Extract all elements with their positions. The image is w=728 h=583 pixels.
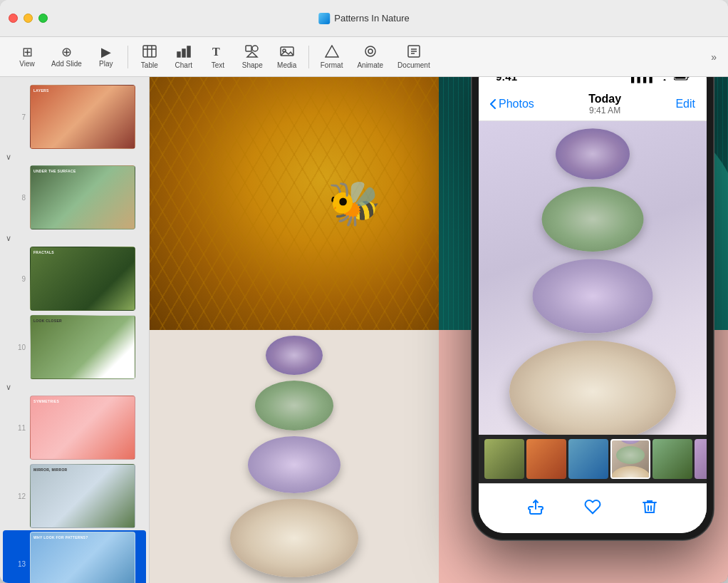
iphone-statusbar: 9:41 ▌▌▌▌ bbox=[479, 77, 707, 87]
slide-thumb-label-13: Why look for patterns? bbox=[33, 535, 88, 540]
slide-thumbnail-10: Look closer bbox=[30, 315, 135, 379]
iphone-nav-title: Today bbox=[588, 93, 621, 105]
slide-thumbnail-9: FRACTALS bbox=[30, 247, 135, 311]
traffic-lights bbox=[9, 14, 48, 23]
honeycomb-overlay bbox=[150, 77, 439, 330]
animate-icon bbox=[363, 45, 378, 60]
slide-panel[interactable]: 7 LAYERS ∨ 8 Under the surface bbox=[0, 77, 150, 583]
chart-icon bbox=[177, 45, 191, 60]
toolbar-overflow[interactable]: » bbox=[711, 51, 717, 63]
slide-item-9[interactable]: 9 FRACTALS bbox=[3, 245, 146, 312]
thumb-mini-5[interactable] bbox=[652, 439, 692, 479]
toolbar-add-slide[interactable]: ⊕ Add Slide bbox=[46, 43, 88, 71]
slide-thumbnail-13: Why look for patterns? bbox=[30, 532, 135, 583]
svg-rect-4 bbox=[177, 52, 180, 57]
svg-point-14 bbox=[365, 46, 375, 56]
iphone-main-photo bbox=[479, 121, 707, 435]
iphone-frame: 9:41 ▌▌▌▌ bbox=[472, 77, 714, 540]
slide-group-8: ∨ 8 Under the surface bbox=[0, 151, 149, 231]
urchin-mid2-beige bbox=[248, 436, 340, 493]
slide-thumb-label-7: LAYERS bbox=[33, 88, 49, 93]
toolbar-view[interactable]: ⊞ View bbox=[11, 43, 43, 71]
iphone-urchin-bg bbox=[479, 121, 707, 435]
iphone-heart-button[interactable] bbox=[584, 498, 601, 520]
svg-point-9 bbox=[252, 46, 258, 51]
iphone-back-label: Photos bbox=[499, 98, 534, 110]
slide-group-header-9: ∨ bbox=[0, 232, 149, 244]
toolbar-chart[interactable]: Chart bbox=[168, 42, 199, 72]
toolbar-format[interactable]: Format bbox=[315, 42, 349, 72]
iphone-trash-button[interactable] bbox=[641, 498, 658, 520]
thumb-mini-2[interactable] bbox=[526, 439, 566, 479]
toolbar: ⊞ View ⊕ Add Slide ▶ Play Table bbox=[0, 37, 728, 77]
toolbar-table[interactable]: Table bbox=[134, 42, 165, 72]
slide-number-13: 13 bbox=[14, 560, 26, 568]
iphone-urchin-mid1 bbox=[542, 187, 644, 252]
toolbar-media[interactable]: Media bbox=[271, 42, 303, 72]
iphone-urchin-top bbox=[556, 128, 630, 180]
urchin-top-beige bbox=[266, 336, 323, 375]
slide-number-9: 9 bbox=[14, 275, 26, 283]
slide-number-12: 12 bbox=[14, 492, 26, 500]
iphone-back-button[interactable]: Photos bbox=[490, 98, 534, 110]
svg-marker-10 bbox=[247, 52, 257, 57]
iphone-status-icons: ▌▌▌▌ bbox=[631, 77, 690, 83]
thumb-mini-6[interactable] bbox=[695, 439, 707, 479]
iphone-thumbnail-strip[interactable] bbox=[479, 435, 707, 483]
thumb-mini-3[interactable] bbox=[568, 439, 608, 479]
svg-point-15 bbox=[368, 49, 373, 53]
slide-item-13[interactable]: 13 Why look for patterns? bbox=[3, 530, 146, 583]
slide-thumb-label-11: SYMMETRIES bbox=[33, 399, 59, 403]
slide-thumb-label-10: Look closer bbox=[33, 319, 62, 323]
slide-item-11[interactable]: 11 SYMMETRIES bbox=[3, 394, 146, 461]
iphone-urchin-bot bbox=[509, 340, 676, 435]
close-button[interactable] bbox=[9, 14, 18, 23]
slide-number-10: 10 bbox=[14, 344, 26, 351]
iphone-edit-button[interactable]: Edit bbox=[675, 98, 695, 110]
iphone-urchin-mid2 bbox=[533, 259, 653, 333]
minimize-button[interactable] bbox=[24, 14, 33, 23]
urchin-stack-beige bbox=[230, 336, 358, 577]
slide-group-header-11: ∨ bbox=[0, 381, 149, 393]
slide-item-12[interactable]: 12 Mirror, mirror bbox=[3, 463, 146, 530]
thumb-mini-4[interactable] bbox=[610, 439, 650, 479]
slide-item-8[interactable]: 8 Under the surface bbox=[3, 164, 146, 231]
slide-thumb-label-12: Mirror, mirror bbox=[33, 468, 68, 472]
svg-marker-13 bbox=[326, 46, 338, 57]
toolbar-text[interactable]: T Text bbox=[202, 42, 234, 72]
keynote-app-icon bbox=[318, 13, 330, 24]
slide-item-7[interactable]: 7 LAYERS bbox=[3, 83, 146, 150]
iphone-share-button[interactable] bbox=[527, 498, 544, 520]
slide-thumbnail-7: LAYERS bbox=[30, 85, 135, 149]
maximize-button[interactable] bbox=[38, 14, 48, 23]
toolbar-shape[interactable]: Shape bbox=[236, 42, 269, 72]
iphone-nav-subtitle: 9:41 AM bbox=[588, 105, 621, 115]
toolbar-sep-2 bbox=[308, 46, 309, 68]
iphone-bottom-toolbar bbox=[479, 483, 707, 533]
toolbar-document[interactable]: Document bbox=[392, 42, 436, 72]
thumb-mini-1[interactable] bbox=[484, 439, 524, 479]
window-title: Patterns In Nature bbox=[318, 13, 410, 24]
svg-rect-8 bbox=[246, 46, 251, 51]
bee-image bbox=[150, 77, 439, 330]
slide-number-7: 7 bbox=[14, 113, 26, 121]
slide-item-10[interactable]: 10 Look closer bbox=[3, 314, 146, 381]
urchin-mid1-beige bbox=[255, 381, 333, 430]
slide-number-11: 11 bbox=[14, 424, 26, 432]
titlebar: Patterns In Nature bbox=[0, 0, 728, 37]
view-icon: ⊞ bbox=[22, 46, 33, 58]
iphone-overlay: 9:41 ▌▌▌▌ bbox=[472, 77, 714, 540]
slide-thumb-label-9: FRACTALS bbox=[33, 250, 54, 254]
canvas-cell-urchins-beige bbox=[150, 330, 439, 583]
text-icon: T bbox=[211, 45, 225, 60]
toolbar-play[interactable]: ▶ Play bbox=[90, 43, 122, 71]
iphone-time: 9:41 bbox=[496, 77, 517, 83]
toolbar-animate[interactable]: Animate bbox=[351, 42, 389, 72]
document-icon bbox=[407, 45, 421, 60]
svg-rect-0 bbox=[143, 46, 156, 57]
canvas-cell-bee bbox=[150, 77, 439, 330]
slide-thumbnail-8: Under the surface bbox=[30, 165, 135, 229]
app-window: Patterns In Nature ⊞ View ⊕ Add Slide ▶ … bbox=[0, 0, 728, 583]
add-slide-icon: ⊕ bbox=[61, 46, 72, 58]
slide-thumbnail-12: Mirror, mirror bbox=[30, 464, 135, 528]
